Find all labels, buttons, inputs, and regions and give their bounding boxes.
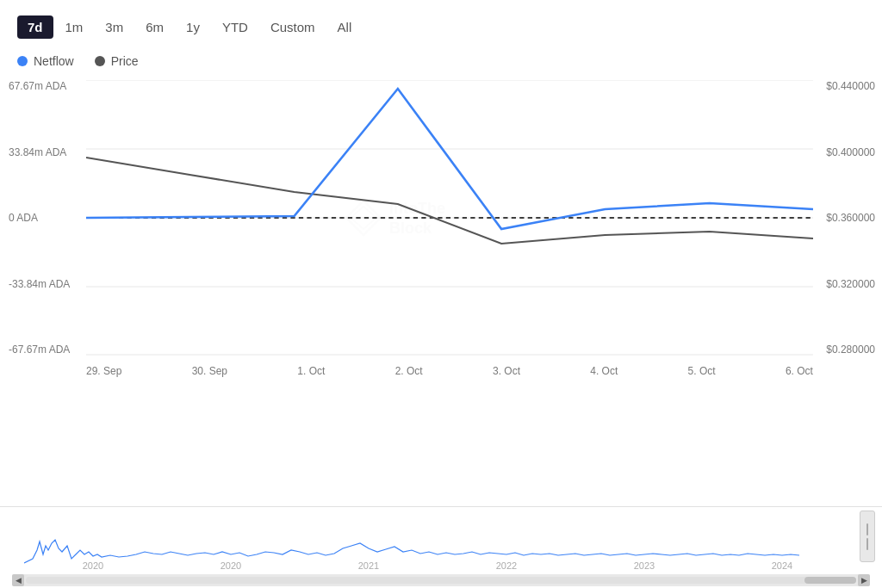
legend: Netflow Price	[0, 47, 882, 71]
handle-line-1	[866, 523, 868, 535]
legend-price: Price	[95, 54, 139, 68]
y-label-left-2: 0 ADA	[9, 212, 70, 224]
time-btn-all[interactable]: All	[327, 15, 363, 39]
netflow-label: Netflow	[34, 54, 74, 68]
time-btn-1m[interactable]: 1m	[55, 15, 94, 39]
x-label-4: 3. Oct	[493, 365, 520, 377]
mini-netflow-line	[24, 540, 799, 563]
scroll-right-arrow[interactable]: ▶	[858, 574, 870, 586]
mini-year-label-4: 2023	[634, 560, 655, 571]
y-label-right-1: $0.400000	[826, 146, 875, 158]
price-dot	[95, 56, 105, 66]
mini-year-label-5: 2024	[772, 560, 792, 571]
netflow-dot	[17, 56, 28, 66]
netflow-line	[86, 89, 813, 229]
price-line	[86, 158, 813, 244]
scroll-track[interactable]	[26, 577, 856, 584]
x-label-0: 29. Sep	[86, 365, 121, 377]
y-label-left-0: 67.67m ADA	[9, 80, 70, 92]
legend-netflow: Netflow	[17, 54, 74, 68]
mini-year-labels: 202020202021202220232024	[24, 560, 851, 571]
mini-year-label-2: 2021	[358, 560, 379, 571]
time-btn-6m[interactable]: 6m	[135, 15, 174, 39]
mini-year-label-1: 2020	[220, 560, 241, 571]
x-label-3: 2. Oct	[395, 365, 423, 377]
y-axis-right: $0.440000$0.400000$0.360000$0.320000$0.2…	[826, 80, 875, 356]
scrollbar[interactable]: ◀ ▶	[12, 574, 870, 586]
y-label-left-3: -33.84m ADA	[9, 278, 70, 290]
x-label-1: 30. Sep	[192, 365, 227, 377]
main-chart-svg	[86, 80, 813, 356]
y-axis-left: 67.67m ADA33.84m ADA0 ADA-33.84m ADA-67.…	[9, 80, 70, 356]
time-btn-7d[interactable]: 7d	[17, 15, 53, 39]
time-btn-1y[interactable]: 1y	[176, 15, 210, 39]
time-range-bar: 7d1m3m6m1yYTDCustomAll	[0, 0, 882, 47]
x-label-5: 4. Oct	[590, 365, 618, 377]
scroll-thumb[interactable]	[804, 577, 856, 584]
y-label-right-4: $0.280000	[826, 344, 875, 356]
page-container: 7d1m3m6m1yYTDCustomAll Netflow Price 67.…	[0, 0, 882, 588]
x-label-2: 1. Oct	[297, 365, 325, 377]
y-label-left-1: 33.84m ADA	[9, 146, 70, 158]
y-label-right-0: $0.440000	[826, 80, 875, 92]
mini-year-label-0: 2020	[83, 560, 103, 571]
chart-wrapper: 67.67m ADA33.84m ADA0 ADA-33.84m ADA-67.…	[0, 80, 882, 416]
time-btn-3m[interactable]: 3m	[95, 15, 134, 39]
time-btn-ytd[interactable]: YTD	[212, 15, 258, 39]
price-label: Price	[111, 54, 139, 68]
handle-line-2	[866, 538, 868, 550]
mini-chart-container: 202020202021202220232024 ◀ ▶	[0, 506, 882, 588]
y-label-right-2: $0.360000	[826, 212, 875, 224]
time-btn-custom[interactable]: Custom	[260, 15, 326, 39]
x-axis: 29. Sep30. Sep1. Oct2. Oct3. Oct4. Oct5.…	[86, 365, 813, 377]
x-label-7: 6. Oct	[786, 365, 813, 377]
y-label-left-4: -67.67m ADA	[9, 344, 70, 356]
x-label-6: 5. Oct	[688, 365, 716, 377]
mini-year-label-3: 2022	[496, 560, 517, 571]
y-label-right-3: $0.320000	[826, 278, 875, 290]
scroll-left-arrow[interactable]: ◀	[12, 574, 24, 586]
mini-chart-handle[interactable]	[860, 511, 875, 562]
chart-svg-container	[86, 80, 813, 356]
mini-chart-inner: 202020202021202220232024 ◀ ▶	[0, 507, 882, 588]
